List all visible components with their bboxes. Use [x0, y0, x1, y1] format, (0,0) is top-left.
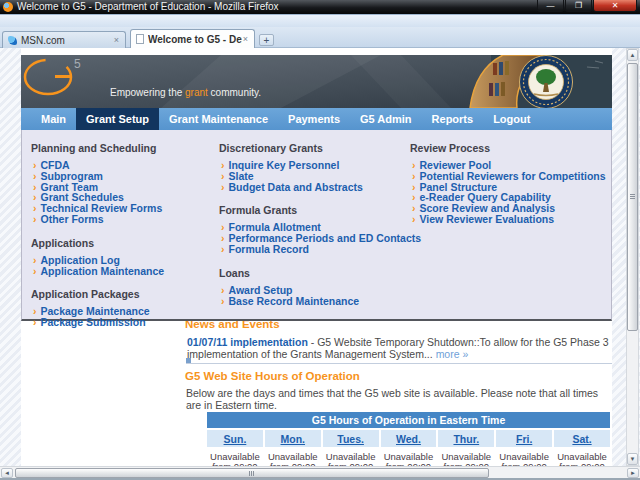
- new-tab-button[interactable]: +: [259, 34, 274, 46]
- menu-link[interactable]: Formula Record: [229, 243, 310, 255]
- horizontal-scrollbar[interactable]: ◄ ►: [0, 466, 640, 478]
- menu-link-row: ›View Reviewer Evaluations: [412, 214, 606, 225]
- availability-cell: Unavailable from 09:00: [438, 449, 494, 466]
- menu-link[interactable]: Base Record Maintenance: [229, 295, 360, 307]
- chevron-bullet-icon: ›: [33, 213, 37, 225]
- chevron-bullet-icon: ›: [221, 170, 225, 182]
- minimize-button[interactable]: —: [537, 0, 564, 12]
- availability-cell: Unavailable from 09:00: [207, 449, 263, 466]
- day-header: Mon.: [265, 430, 321, 447]
- news-item: 01/07/11 implementation - G5 Website Tem…: [187, 336, 612, 360]
- nav-logout[interactable]: Logout: [483, 108, 540, 130]
- thumb-grip-icon: [630, 194, 635, 200]
- day-link[interactable]: Wed.: [396, 433, 421, 445]
- nav-payments[interactable]: Payments: [278, 108, 350, 130]
- tab-label: MSN.com: [21, 35, 65, 46]
- hours-heading: G5 Web Site Hours of Operation: [185, 370, 360, 382]
- close-button[interactable]: ✕: [593, 0, 637, 12]
- scroll-left-icon[interactable]: ◄: [1, 468, 13, 478]
- vertical-scrollbar-thumb[interactable]: [627, 63, 638, 331]
- title-bar: Welcome to G5 - Department of Education …: [0, 0, 640, 14]
- firefox-icon: [3, 2, 13, 12]
- menu-link-row: ›Application Maintenance: [33, 266, 217, 277]
- menu-link[interactable]: Other Forms: [41, 213, 104, 225]
- chevron-bullet-icon: ›: [221, 295, 225, 307]
- availability-cell: Unavailable from 09:00: [381, 449, 437, 466]
- menu-section-title: Review Process: [410, 142, 606, 154]
- chevron-bullet-icon: ›: [33, 254, 37, 266]
- menu-link[interactable]: Package Submission: [41, 316, 146, 328]
- horizontal-scrollbar-thumb[interactable]: [15, 468, 489, 478]
- tab-close-icon[interactable]: ×: [242, 34, 249, 44]
- tagline-pre: Empowering the: [110, 87, 185, 98]
- tab-bar: MSN.com × Welcome to G5 - Departm... × +: [0, 27, 640, 48]
- tab-label: Welcome to G5 - Departm...: [148, 34, 242, 45]
- news-more-link[interactable]: more »: [436, 348, 469, 360]
- news-separator: -: [308, 336, 317, 348]
- toolbar-strip: [0, 14, 640, 27]
- tab-g5-active[interactable]: Welcome to G5 - Departm... ×: [130, 29, 255, 48]
- day-header: Fri.: [496, 430, 552, 447]
- menu-section-title: Formula Grants: [219, 204, 407, 216]
- day-header: Sat.: [554, 430, 610, 447]
- banner-tagline: Empowering the grant community.: [110, 87, 261, 98]
- section-divider: [186, 363, 612, 364]
- restore-button[interactable]: ❐: [565, 0, 592, 12]
- nav-reports[interactable]: Reports: [422, 108, 484, 130]
- menu-section-title: Applications: [31, 237, 217, 249]
- menu-link[interactable]: Application Maintenance: [41, 265, 165, 277]
- hours-intro-text: Below are the days and times that the G5…: [186, 387, 612, 411]
- tab-close-icon[interactable]: ×: [113, 35, 120, 45]
- banner-artwork: 5: [21, 55, 612, 108]
- chevron-bullet-icon: ›: [33, 170, 37, 182]
- scroll-right-icon[interactable]: ►: [627, 468, 639, 478]
- day-link[interactable]: Sat.: [572, 433, 591, 445]
- tagline-accent: grant: [185, 87, 208, 98]
- g5-logo-number: 5: [74, 57, 81, 71]
- nav-grant-setup[interactable]: Grant Setup: [76, 108, 159, 130]
- menu-link-row: ›Base Record Maintenance: [221, 296, 407, 307]
- menu-section-title: Planning and Scheduling: [31, 142, 217, 154]
- day-link[interactable]: Thur.: [453, 433, 479, 445]
- menu-column-3: Review Process ›Reviewer Pool ›Potential…: [410, 130, 606, 225]
- day-header: Wed.: [381, 430, 437, 447]
- availability-cell: Unavailable from 09:00: [323, 449, 379, 466]
- nav-grant-maintenance[interactable]: Grant Maintenance: [159, 108, 278, 130]
- msn-favicon-icon: [8, 36, 17, 45]
- availability-cell: Unavailable from 09:00: [554, 449, 610, 466]
- menu-link-row: ›Formula Record: [221, 244, 407, 255]
- window-controls: — ❐ ✕: [536, 0, 637, 12]
- main-nav: Main Grant Setup Grant Maintenance Payme…: [21, 108, 612, 130]
- day-link[interactable]: Tues.: [337, 433, 364, 445]
- menu-link-row: ›Package Submission: [33, 317, 217, 328]
- availability-cell: Unavailable from 09:00: [496, 449, 552, 466]
- page-favicon-icon: [136, 34, 144, 44]
- tagline-post: community.: [208, 87, 261, 98]
- scroll-up-icon[interactable]: ▲: [627, 49, 638, 61]
- scroll-down-icon[interactable]: ▼: [627, 453, 638, 465]
- nav-main[interactable]: Main: [31, 108, 76, 130]
- ed-seal-icon: [520, 56, 573, 109]
- day-header: Tues.: [323, 430, 379, 447]
- tab-msn[interactable]: MSN.com ×: [2, 31, 126, 48]
- nav-g5-admin[interactable]: G5 Admin: [350, 108, 422, 130]
- menu-link-row: ›Budget Data and Abstracts: [221, 182, 407, 193]
- menu-link[interactable]: View Reviewer Evaluations: [420, 213, 555, 225]
- page-content: 5 Empowering the grant community. Main G…: [21, 48, 612, 466]
- hours-table-caption: G5 Hours of Operation in Eastern Time: [207, 412, 610, 428]
- menu-section-title: Discretionary Grants: [219, 142, 407, 154]
- vertical-scrollbar[interactable]: ▲ ▼: [626, 48, 639, 466]
- hours-table: G5 Hours of Operation in Eastern Time Su…: [205, 410, 612, 466]
- chevron-bullet-icon: ›: [221, 181, 225, 193]
- menu-link[interactable]: Budget Data and Abstracts: [229, 181, 363, 193]
- news-date-link[interactable]: 01/07/11 implementation: [187, 336, 308, 348]
- browser-window: Welcome to G5 - Department of Education …: [0, 0, 640, 480]
- day-link[interactable]: Sun.: [224, 433, 247, 445]
- menu-section-title: Loans: [219, 267, 407, 279]
- chevron-bullet-icon: ›: [221, 243, 225, 255]
- menu-column-2: Discretionary Grants ›Inquire Key Person…: [219, 130, 407, 306]
- day-link[interactable]: Fri.: [516, 433, 532, 445]
- day-link[interactable]: Mon.: [281, 433, 306, 445]
- availability-cell: Unavailable from 09:00: [265, 449, 321, 466]
- site-banner: 5 Empowering the grant community.: [21, 55, 612, 108]
